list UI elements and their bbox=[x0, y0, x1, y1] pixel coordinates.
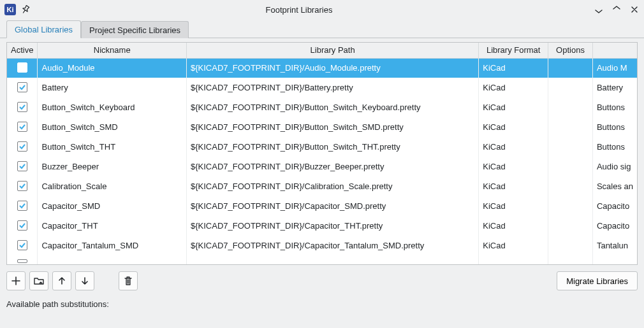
cell-description[interactable]: Buttons bbox=[592, 97, 637, 117]
cell-options[interactable] bbox=[548, 97, 593, 117]
cell-path[interactable]: ${KICAD7_FOOTPRINT_DIR}/Button_Switch_Ke… bbox=[187, 97, 479, 117]
table-row[interactable]: Capacitor_THT${KICAD7_FOOTPRINT_DIR}/Cap… bbox=[7, 216, 637, 236]
cell-format[interactable]: KiCad bbox=[479, 137, 548, 157]
cell-description[interactable]: Capacito bbox=[592, 196, 637, 216]
close-button[interactable] bbox=[629, 4, 640, 15]
minimize-button[interactable] bbox=[593, 4, 604, 15]
table-row[interactable]: Calibration_Scale${KICAD7_FOOTPRINT_DIR}… bbox=[7, 176, 637, 196]
migrate-libraries-button[interactable]: Migrate Libraries bbox=[557, 271, 638, 290]
cell-nickname[interactable]: Battery bbox=[38, 78, 187, 97]
cell-options[interactable] bbox=[548, 176, 593, 196]
cell-nickname[interactable]: Audio_Module bbox=[38, 58, 187, 78]
cell-path[interactable]: ${KICAD7_FOOTPRINT_DIR}/Capacitor_SMD.pr… bbox=[187, 196, 479, 216]
table-row[interactable]: Button_Switch_SMD${KICAD7_FOOTPRINT_DIR}… bbox=[7, 117, 637, 137]
active-checkbox[interactable] bbox=[17, 259, 27, 263]
cell-format[interactable]: KiCad bbox=[479, 58, 548, 78]
cell-options[interactable] bbox=[548, 117, 593, 137]
cell-active[interactable] bbox=[7, 216, 38, 236]
cell-active[interactable] bbox=[7, 58, 38, 78]
active-checkbox[interactable] bbox=[17, 161, 27, 171]
cell-options[interactable] bbox=[548, 236, 593, 255]
cell-description[interactable]: Buttons bbox=[592, 117, 637, 137]
cell-format[interactable]: KiCad bbox=[479, 236, 548, 255]
cell-path[interactable]: ${KICAD7_FOOTPRINT_DIR}/Calibration_Scal… bbox=[187, 176, 479, 196]
add-row-button[interactable] bbox=[6, 271, 26, 290]
cell-format[interactable]: KiCad bbox=[479, 176, 548, 196]
cell-options[interactable] bbox=[548, 58, 593, 78]
cell-nickname[interactable]: Button_Switch_THT bbox=[38, 137, 187, 157]
table-row[interactable] bbox=[7, 255, 637, 265]
active-checkbox[interactable] bbox=[17, 122, 27, 132]
active-checkbox[interactable] bbox=[17, 240, 27, 250]
cell-nickname[interactable]: Capacitor_SMD bbox=[38, 196, 187, 216]
active-checkbox[interactable] bbox=[17, 220, 27, 231]
active-checkbox[interactable] bbox=[17, 201, 27, 211]
browse-button[interactable] bbox=[29, 271, 48, 290]
cell-active[interactable] bbox=[7, 157, 38, 176]
cell-active[interactable] bbox=[7, 137, 38, 157]
cell-active[interactable] bbox=[7, 97, 38, 117]
col-header-format[interactable]: Library Format bbox=[479, 43, 548, 58]
move-up-button[interactable] bbox=[52, 271, 71, 290]
cell-active[interactable] bbox=[7, 78, 38, 97]
cell-path[interactable]: ${KICAD7_FOOTPRINT_DIR}/Battery.pretty bbox=[187, 78, 479, 97]
cell-options[interactable] bbox=[548, 157, 593, 176]
cell-format[interactable]: KiCad bbox=[479, 117, 548, 137]
cell-nickname[interactable]: Capacitor_THT bbox=[38, 216, 187, 236]
table-row[interactable]: Battery${KICAD7_FOOTPRINT_DIR}/Battery.p… bbox=[7, 78, 637, 97]
table-row[interactable]: Button_Switch_THT${KICAD7_FOOTPRINT_DIR}… bbox=[7, 137, 637, 157]
cell-description[interactable]: Audio M bbox=[592, 58, 637, 78]
col-header-nickname[interactable]: Nickname bbox=[38, 43, 187, 58]
tab-project-libraries[interactable]: Project Specific Libraries bbox=[81, 21, 189, 38]
cell-nickname[interactable]: Capacitor_Tantalum_SMD bbox=[38, 236, 187, 255]
cell-nickname[interactable]: Buzzer_Beeper bbox=[38, 157, 187, 176]
cell-format[interactable]: KiCad bbox=[479, 78, 548, 97]
active-checkbox[interactable] bbox=[17, 82, 27, 92]
col-header-path[interactable]: Library Path bbox=[187, 43, 479, 58]
col-header-desc[interactable] bbox=[592, 43, 637, 58]
cell-path[interactable]: ${KICAD7_FOOTPRINT_DIR}/Capacitor_Tantal… bbox=[187, 236, 479, 255]
cell-path[interactable]: ${KICAD7_FOOTPRINT_DIR}/Capacitor_THT.pr… bbox=[187, 216, 479, 236]
table-row[interactable]: Audio_Module${KICAD7_FOOTPRINT_DIR}/Audi… bbox=[7, 58, 637, 78]
cell-nickname[interactable]: Button_Switch_SMD bbox=[38, 117, 187, 137]
table-row[interactable]: Capacitor_SMD${KICAD7_FOOTPRINT_DIR}/Cap… bbox=[7, 196, 637, 216]
cell-path[interactable]: ${KICAD7_FOOTPRINT_DIR}/Buzzer_Beeper.pr… bbox=[187, 157, 479, 176]
active-checkbox[interactable] bbox=[17, 181, 27, 191]
cell-description[interactable]: Capacito bbox=[592, 216, 637, 236]
tab-global-libraries[interactable]: Global Libraries bbox=[6, 20, 81, 38]
cell-active[interactable] bbox=[7, 176, 38, 196]
cell-format[interactable]: KiCad bbox=[479, 216, 548, 236]
cell-options[interactable] bbox=[548, 78, 593, 97]
cell-format[interactable]: KiCad bbox=[479, 97, 548, 117]
cell-nickname[interactable]: Calibration_Scale bbox=[38, 176, 187, 196]
maximize-button[interactable] bbox=[611, 4, 622, 15]
cell-active[interactable] bbox=[7, 196, 38, 216]
delete-row-button[interactable] bbox=[119, 271, 138, 290]
active-checkbox[interactable] bbox=[17, 62, 27, 73]
cell-path[interactable]: ${KICAD7_FOOTPRINT_DIR}/Button_Switch_SM… bbox=[187, 117, 479, 137]
table-row[interactable]: Button_Switch_Keyboard${KICAD7_FOOTPRINT… bbox=[7, 97, 637, 117]
library-table[interactable]: Active Nickname Library Path Library For… bbox=[6, 42, 638, 265]
cell-format[interactable]: KiCad bbox=[479, 157, 548, 176]
table-row[interactable]: Buzzer_Beeper${KICAD7_FOOTPRINT_DIR}/Buz… bbox=[7, 157, 637, 176]
cell-active[interactable] bbox=[7, 236, 38, 255]
col-header-active[interactable]: Active bbox=[7, 43, 38, 58]
table-row[interactable]: Capacitor_Tantalum_SMD${KICAD7_FOOTPRINT… bbox=[7, 236, 637, 255]
cell-options[interactable] bbox=[548, 196, 593, 216]
move-down-button[interactable] bbox=[75, 271, 94, 290]
active-checkbox[interactable] bbox=[17, 141, 27, 152]
cell-options[interactable] bbox=[548, 137, 593, 157]
col-header-options[interactable]: Options bbox=[548, 43, 593, 58]
cell-description[interactable]: Tantalun bbox=[592, 236, 637, 255]
cell-description[interactable]: Audio sig bbox=[592, 157, 637, 176]
cell-options[interactable] bbox=[548, 216, 593, 236]
cell-active[interactable] bbox=[7, 117, 38, 137]
cell-path[interactable]: ${KICAD7_FOOTPRINT_DIR}/Button_Switch_TH… bbox=[187, 137, 479, 157]
cell-nickname[interactable]: Button_Switch_Keyboard bbox=[38, 97, 187, 117]
active-checkbox[interactable] bbox=[17, 102, 27, 112]
cell-description[interactable]: Scales an bbox=[592, 176, 637, 196]
cell-description[interactable]: Battery bbox=[592, 78, 637, 97]
cell-path[interactable]: ${KICAD7_FOOTPRINT_DIR}/Audio_Module.pre… bbox=[187, 58, 479, 78]
cell-format[interactable]: KiCad bbox=[479, 196, 548, 216]
cell-description[interactable]: Buttons bbox=[592, 137, 637, 157]
